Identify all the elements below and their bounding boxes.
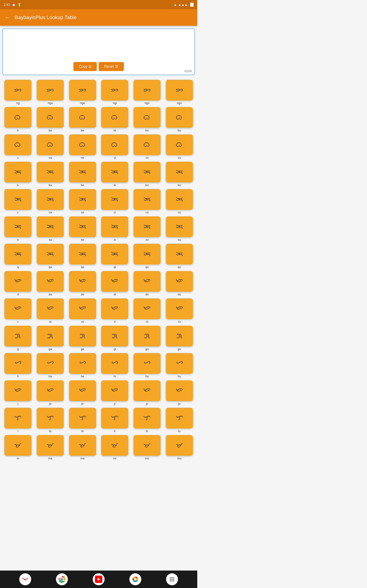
char-button[interactable]: ᜇ <box>166 298 193 319</box>
char-cell: ᜃka <box>35 162 66 187</box>
char-button[interactable]: ᜋ <box>69 435 96 456</box>
char-button[interactable]: ᜑ <box>166 353 193 374</box>
char-button[interactable]: ᜃ <box>37 162 64 182</box>
char-button[interactable]: ᜃ <box>69 189 96 210</box>
char-button[interactable]: ᜑ <box>4 353 31 374</box>
char-button[interactable]: ᜄ <box>166 326 193 346</box>
char-button[interactable]: ᜃ <box>133 244 161 264</box>
char-label: ngu <box>177 101 182 105</box>
char-button[interactable]: ᜃ <box>4 162 31 182</box>
char-label: ri <box>114 320 116 323</box>
char-button[interactable]: ᜎ <box>133 408 161 428</box>
char-button[interactable]: ᜃ <box>4 189 31 210</box>
char-button[interactable]: ᜑ <box>37 353 64 374</box>
char-button[interactable]: ᜅ <box>37 80 64 100</box>
char-button[interactable]: ᜊ <box>69 134 96 155</box>
char-button[interactable]: ᜃ <box>166 216 193 237</box>
char-button[interactable]: ᜅ <box>166 80 193 100</box>
char-button[interactable]: ᜊ <box>69 107 96 128</box>
char-button[interactable]: ᜇ <box>101 298 128 319</box>
char-button[interactable]: ᜎ <box>37 408 64 428</box>
char-button[interactable]: ᜇ <box>4 380 31 401</box>
char-button[interactable]: ᜋ <box>101 435 128 456</box>
char-button[interactable]: ᜎ <box>166 408 193 428</box>
char-button[interactable]: ᜊ <box>37 107 64 128</box>
char-button[interactable]: ᜊ <box>4 107 31 128</box>
char-button[interactable]: ᜋ <box>4 435 31 456</box>
char-button[interactable]: ᜅ <box>101 80 128 100</box>
char-button[interactable]: ᜄ <box>101 326 128 346</box>
char-button[interactable]: ᜇ <box>133 298 161 319</box>
char-button[interactable]: ᜃ <box>69 216 96 237</box>
char-button[interactable]: ᜋ <box>166 435 193 456</box>
char-button[interactable]: ᜑ <box>133 353 161 374</box>
char-button[interactable]: ᜇ <box>69 271 96 292</box>
char-button[interactable]: ᜄ <box>37 326 64 346</box>
char-button[interactable]: ᜇ <box>166 271 193 292</box>
char-button[interactable]: ᜑ <box>101 353 128 374</box>
char-button[interactable]: ᜃ <box>166 189 193 210</box>
char-button[interactable]: ᜊ <box>37 134 64 155</box>
char-button[interactable]: ᜎ <box>4 408 31 428</box>
back-button[interactable]: ← <box>5 14 10 21</box>
char-button[interactable]: ᜃ <box>166 162 193 182</box>
char-button[interactable]: ᜃ <box>133 216 161 237</box>
char-cell: ᜇde <box>67 271 98 296</box>
apps-icon[interactable] <box>166 573 178 585</box>
char-button[interactable]: ᜄ <box>4 326 31 346</box>
text-output-field[interactable] <box>6 32 192 59</box>
char-button[interactable]: ᜃ <box>37 216 64 237</box>
char-button[interactable]: ᜋ <box>133 435 161 456</box>
char-button[interactable]: ᜎ <box>69 408 96 428</box>
char-cell: ᜊvi <box>100 134 130 159</box>
char-button[interactable]: ᜃ <box>101 162 128 182</box>
char-button[interactable]: ᜇ <box>69 380 96 401</box>
char-button[interactable]: ᜇ <box>4 298 31 319</box>
char-cell: ᜄgi <box>100 326 130 351</box>
char-button[interactable]: ᜊ <box>101 107 128 128</box>
reset-button[interactable]: Reset ☰ <box>99 62 124 71</box>
char-button[interactable]: ᜃ <box>4 216 31 237</box>
char-label: gu <box>177 347 181 351</box>
char-button[interactable]: ᜅ <box>133 80 161 100</box>
char-button[interactable]: ᜃ <box>4 244 31 264</box>
char-button[interactable]: ᜇ <box>37 271 64 292</box>
char-button[interactable]: ᜇ <box>69 298 96 319</box>
gmail-icon[interactable]: M <box>19 573 31 585</box>
char-button[interactable]: ᜑ <box>69 353 96 374</box>
char-button[interactable]: ᜊ <box>101 134 128 155</box>
char-button[interactable]: ᜇ <box>101 380 128 401</box>
char-button[interactable]: ᜇ <box>166 380 193 401</box>
char-button[interactable]: ᜃ <box>133 189 161 210</box>
char-button[interactable]: ᜇ <box>101 271 128 292</box>
copy-button[interactable]: Copy ⧉ <box>73 62 97 71</box>
char-button[interactable]: ᜃ <box>101 189 128 210</box>
char-button[interactable]: ᜇ <box>37 380 64 401</box>
char-button[interactable]: ᜃ <box>133 162 161 182</box>
char-button[interactable]: ᜇ <box>37 298 64 319</box>
photos-icon[interactable] <box>129 573 141 585</box>
youtube-icon[interactable] <box>93 573 105 585</box>
char-button[interactable]: ᜄ <box>133 326 161 346</box>
char-button[interactable]: ᜃ <box>101 216 128 237</box>
char-button[interactable]: ᜊ <box>166 134 193 155</box>
char-button[interactable]: ᜇ <box>4 271 31 292</box>
char-button[interactable]: ᜃ <box>69 162 96 182</box>
char-button[interactable]: ᜃ <box>37 189 64 210</box>
char-button[interactable]: ᜊ <box>166 107 193 128</box>
char-button[interactable]: ᜅ <box>69 80 96 100</box>
char-button[interactable]: ᜄ <box>69 326 96 346</box>
char-button[interactable]: ᜇ <box>133 271 161 292</box>
chrome-icon[interactable] <box>56 573 68 585</box>
char-button[interactable]: ᜎ <box>101 408 128 428</box>
char-button[interactable]: ᜅ <box>4 80 31 100</box>
char-button[interactable]: ᜋ <box>37 435 64 456</box>
char-button[interactable]: ᜃ <box>166 244 193 264</box>
char-button[interactable]: ᜃ <box>69 244 96 264</box>
char-button[interactable]: ᜇ <box>133 380 161 401</box>
char-button[interactable]: ᜊ <box>133 107 161 128</box>
char-button[interactable]: ᜊ <box>133 134 161 155</box>
char-button[interactable]: ᜃ <box>37 244 64 264</box>
char-button[interactable]: ᜊ <box>4 134 31 155</box>
char-button[interactable]: ᜃ <box>101 244 128 264</box>
